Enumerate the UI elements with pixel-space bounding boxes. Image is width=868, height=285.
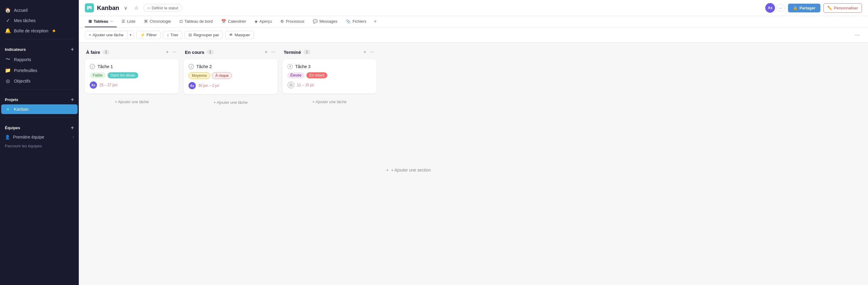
task-check-tache-2[interactable]: ✓ [188, 64, 194, 69]
tag-retard: En retard [306, 72, 327, 78]
tab-processus[interactable]: ⚙ Processus [277, 16, 308, 27]
add-section-label: + Ajouter une section [391, 168, 431, 173]
filter-button[interactable]: ⚡ Filtrer [136, 31, 161, 39]
title-chevron-button[interactable]: ∨ [122, 4, 129, 12]
avatar-more-button[interactable]: ··· [776, 4, 785, 12]
sidebar-item-kanban[interactable]: ■ Kanban [1, 104, 78, 114]
tab-label-liste: Liste [127, 19, 135, 24]
add-task-button-en-cours[interactable]: + Ajouter une tâche [184, 97, 278, 108]
avatar[interactable]: As [765, 3, 775, 13]
add-task-split-button[interactable]: + Ajouter une tâche ▾ [85, 31, 134, 39]
sidebar-label-objectifs: Objectifs [14, 79, 30, 83]
bell-icon: 🔔 [5, 28, 11, 34]
tab-tableau[interactable]: ⊞ Tableau ··· [85, 16, 117, 27]
favorite-button[interactable]: ☆ [132, 4, 140, 12]
task-tags-tache-1: Faible Dans les délais [90, 72, 174, 78]
svg-rect-0 [87, 6, 89, 10]
sidebar-label-accueil: Accueil [14, 8, 28, 13]
tab-label-tableau: Tableau [94, 19, 108, 24]
tab-label-calendrier: Calendrier [228, 19, 246, 24]
tab-tableau-de-bord[interactable]: ⊡ Tableau de bord [176, 16, 216, 27]
add-tab-button[interactable]: + [371, 16, 379, 27]
tab-calendrier[interactable]: 📅 Calendrier [218, 16, 250, 27]
add-indicateur-button[interactable]: + [71, 46, 74, 52]
topbar-left: Kanban ∨ ☆ ○ Définir le statut [85, 3, 182, 12]
toolbar-more-button[interactable]: ··· [852, 31, 862, 39]
statut-label: Définir le statut [152, 6, 178, 10]
home-icon: 🏠 [5, 7, 11, 13]
sidebar-item-boite[interactable]: 🔔 Boîte de réception [1, 26, 78, 36]
add-projet-button[interactable]: + [71, 97, 74, 102]
task-date-tache-3: 11 – 15 jul [297, 83, 314, 87]
svg-rect-2 [90, 6, 92, 9]
tab-messages[interactable]: 💬 Messages [309, 16, 341, 27]
column-add-button-en-cours[interactable]: + [264, 49, 269, 56]
sidebar-label-rapports: Rapports [14, 57, 31, 62]
column-more-button-en-cours[interactable]: ··· [270, 49, 276, 56]
sidebar-item-portefeuilles[interactable]: 📁 Portefeuilles [1, 65, 78, 75]
svg-rect-1 [89, 6, 90, 8]
sidebar-group-label-indicateurs: Indicateurs [5, 47, 26, 52]
sidebar-label-portefeuilles: Portefeuilles [14, 68, 37, 73]
task-avatar-tache-1: As [90, 81, 97, 88]
column-en-cours: En cours 1 + ··· ✓ Tâche 2 Moyenne À ris… [184, 49, 278, 279]
column-add-button-a-faire[interactable]: + [164, 49, 170, 56]
add-task-button-a-faire[interactable]: + Ajouter une tâche [85, 97, 179, 107]
page-title: Kanban [97, 4, 119, 11]
add-task-dropdown-button[interactable]: ▾ [127, 31, 134, 39]
plus-icon: + [89, 33, 91, 37]
statut-button[interactable]: ○ Définir le statut [143, 4, 182, 12]
kanban-view-icon [85, 3, 94, 12]
sidebar-item-premiere-equipe[interactable]: 👤 Première équipe › [1, 133, 78, 142]
tab-label-tableau-de-bord: Tableau de bord [185, 19, 213, 24]
sidebar-divider-3 [5, 117, 74, 118]
task-check-tache-3[interactable]: ⧗ [287, 64, 293, 69]
add-task-main-button[interactable]: + Ajouter une tâche [85, 31, 127, 39]
task-title-tache-3: Tâche 3 [295, 64, 311, 69]
column-title-en-cours: En cours [185, 49, 204, 55]
topbar-right: As ··· 🔒 Partager ✏️ Personnaliser [765, 3, 862, 13]
sidebar-group-projets: Projets + [0, 95, 79, 104]
partager-button[interactable]: 🔒 Partager [788, 4, 820, 12]
processus-tab-icon: ⚙ [280, 19, 284, 24]
task-title-tache-2: Tâche 2 [196, 64, 212, 69]
trier-button[interactable]: ↕ Trier [163, 31, 182, 39]
tab-label-chronologie: Chronologie [150, 19, 171, 24]
masquer-button[interactable]: 👁 Masquer [225, 31, 254, 39]
tabsbar: ⊞ Tableau ··· ☰ Liste ⌘ Chronologie ⊡ Ta… [79, 16, 868, 28]
column-header-en-cours: En cours 1 + ··· [184, 49, 278, 56]
tab-apercu[interactable]: ◈ Aperçu [251, 16, 276, 27]
tab-liste[interactable]: ☰ Liste [118, 16, 139, 27]
column-title-termine: Terminé [284, 49, 301, 55]
column-more-button-termine[interactable]: ··· [369, 49, 375, 56]
add-section-button[interactable]: + + Ajouter une section [381, 61, 435, 279]
add-task-button-termine[interactable]: + Ajouter une tâche [282, 97, 376, 107]
sidebar-item-mes-taches[interactable]: ✓ Mes tâches [1, 15, 78, 26]
sidebar-item-objectifs[interactable]: ◎ Objectifs [1, 76, 78, 86]
sidebar-item-accueil[interactable]: 🏠 Accueil [1, 5, 78, 15]
sidebar-top-items: 🏠 Accueil ✓ Mes tâches 🔔 Boîte de récept… [0, 5, 79, 36]
liste-tab-icon: ☰ [122, 19, 125, 24]
column-count-termine: 1 [303, 49, 310, 55]
task-avatar-tache-3: ⊙ [287, 81, 294, 88]
task-check-tache-1[interactable]: ✓ [90, 64, 95, 69]
parcourir-equipes-link[interactable]: Parcourir les équipes [0, 142, 79, 150]
tag-risque: À risque [212, 72, 232, 79]
column-more-button-a-faire[interactable]: ··· [171, 49, 178, 56]
add-equipe-button[interactable]: + [71, 125, 74, 131]
tab-menu-icon: ··· [110, 20, 113, 24]
topbar: Kanban ∨ ☆ ○ Définir le statut As ··· 🔒 … [79, 0, 868, 16]
personnaliser-button[interactable]: ✏️ Personnaliser [824, 3, 862, 13]
rapports-icon: 〜 [5, 56, 11, 63]
kanban-sidebar-icon: ■ [5, 107, 11, 112]
sidebar-item-rapports[interactable]: 〜 Rapports [1, 54, 78, 65]
tab-chronologie[interactable]: ⌘ Chronologie [140, 16, 175, 27]
tab-label-processus: Processus [286, 19, 304, 24]
sort-icon: ↕ [167, 33, 169, 37]
tab-fichiers[interactable]: 📎 Fichiers [342, 16, 370, 27]
tag-faible: Faible [90, 72, 106, 78]
regrouper-button[interactable]: ⊟ Regrouper par [185, 31, 223, 39]
calendrier-tab-icon: 📅 [221, 19, 226, 24]
tag-elevee: Élevée [287, 72, 305, 78]
column-add-button-termine[interactable]: + [362, 49, 367, 56]
